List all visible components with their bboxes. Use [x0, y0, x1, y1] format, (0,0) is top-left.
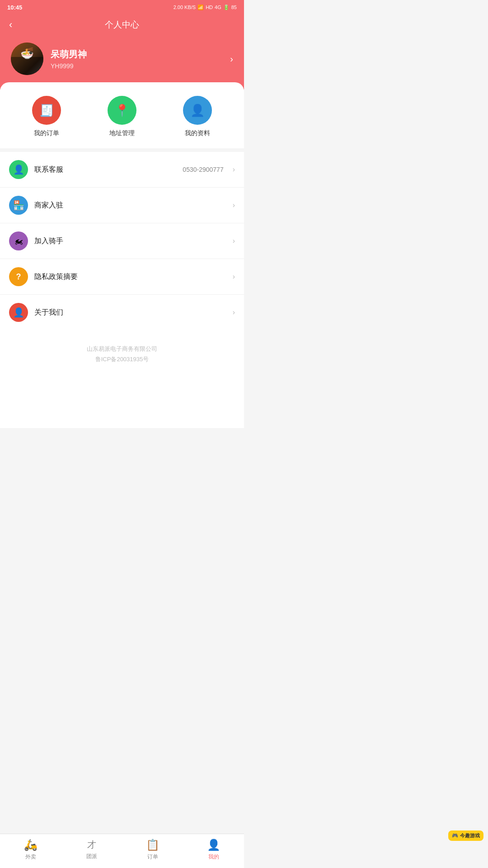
chevron-right-icon-3: ›	[233, 237, 235, 245]
privacy-icon: ?	[16, 272, 21, 282]
about-label: 关于我们	[34, 308, 226, 317]
about-icon-circle: 👤	[9, 303, 28, 322]
chevron-right-icon-2: ›	[233, 201, 235, 209]
address-icon-circle: 📍	[108, 96, 136, 125]
menu-item-rider[interactable]: 🏍 加入骑手 ›	[0, 223, 244, 259]
footer-info: 山东易派电子商务有限公司 鲁ICP备20031935号	[0, 330, 244, 374]
quick-action-orders[interactable]: 🧾 我的订单	[32, 96, 61, 137]
menu-list: 👤 联系客服 0530-2900777 › 🏪 商家入驻 › 🏍 加入骑手 › …	[0, 152, 244, 330]
chevron-right-icon-5: ›	[233, 308, 235, 316]
page-title: 个人中心	[105, 19, 139, 31]
chevron-right-icon-1: ›	[233, 165, 235, 174]
profile-area[interactable]: 呆萌男神 YH9999 ›	[0, 38, 244, 90]
menu-item-merchant[interactable]: 🏪 商家入驻 ›	[0, 188, 244, 223]
main-card: 🧾 我的订单 📍 地址管理 👤 我的资料 👤 联系客服 0530-2900777…	[0, 82, 244, 428]
customer-service-icon-circle: 👤	[9, 160, 28, 179]
rider-icon: 🏍	[14, 236, 23, 246]
rider-icon-circle: 🏍	[9, 231, 28, 250]
menu-item-about[interactable]: 👤 关于我们 ›	[0, 295, 244, 330]
page-header: ‹ 个人中心	[0, 14, 244, 38]
status-right: 2.00 KB/S 📶 HD 4G 🔋 85	[174, 5, 237, 10]
speed-indicator: 2.00 KB/S	[174, 5, 196, 10]
merchant-label: 商家入驻	[34, 201, 226, 210]
icp-number: 鲁ICP备20031935号	[9, 354, 235, 364]
address-icon: 📍	[115, 104, 129, 118]
profile-arrow: ›	[230, 54, 233, 64]
merchant-icon: 🏪	[13, 200, 24, 211]
privacy-icon-circle: ?	[9, 267, 28, 286]
quick-actions: 🧾 我的订单 📍 地址管理 👤 我的资料	[0, 91, 244, 148]
profile-edit-icon: 👤	[190, 104, 205, 118]
status-time: 10:45	[7, 4, 22, 11]
battery-icon: 🔋	[223, 5, 230, 10]
orders-label: 我的订单	[34, 129, 59, 137]
profile-label: 我的资料	[185, 129, 210, 137]
status-bar: 10:45 2.00 KB/S 📶 HD 4G 🔋 85	[0, 0, 244, 14]
profile-info: 呆萌男神 YH9999	[51, 48, 223, 70]
chevron-right-icon-4: ›	[233, 273, 235, 281]
customer-service-icon: 👤	[13, 164, 24, 175]
privacy-label: 隐私政策摘要	[34, 272, 226, 282]
quick-action-address[interactable]: 📍 地址管理	[108, 96, 136, 137]
quick-action-profile[interactable]: 👤 我的资料	[183, 96, 212, 137]
hd-badge: HD	[206, 5, 213, 10]
divider-1	[0, 148, 244, 152]
company-name: 山东易派电子商务有限公司	[9, 344, 235, 354]
customer-service-phone: 0530-2900777	[183, 166, 223, 173]
rider-label: 加入骑手	[34, 236, 226, 246]
orders-icon-circle: 🧾	[32, 96, 61, 125]
about-icon: 👤	[13, 307, 24, 318]
avatar	[11, 42, 43, 75]
profile-id: YH9999	[51, 62, 223, 70]
profile-icon-circle: 👤	[183, 96, 212, 125]
wifi-icon: 📶	[197, 5, 204, 10]
battery-level: 85	[231, 5, 237, 10]
signal-icon: 4G	[215, 5, 221, 10]
menu-item-customer-service[interactable]: 👤 联系客服 0530-2900777 ›	[0, 152, 244, 188]
customer-service-label: 联系客服	[34, 165, 176, 175]
menu-item-privacy[interactable]: ? 隐私政策摘要 ›	[0, 259, 244, 295]
orders-icon: 🧾	[39, 104, 54, 118]
address-label: 地址管理	[109, 129, 135, 137]
profile-name: 呆萌男神	[51, 48, 223, 61]
merchant-icon-circle: 🏪	[9, 196, 28, 215]
back-button[interactable]: ‹	[9, 19, 12, 31]
